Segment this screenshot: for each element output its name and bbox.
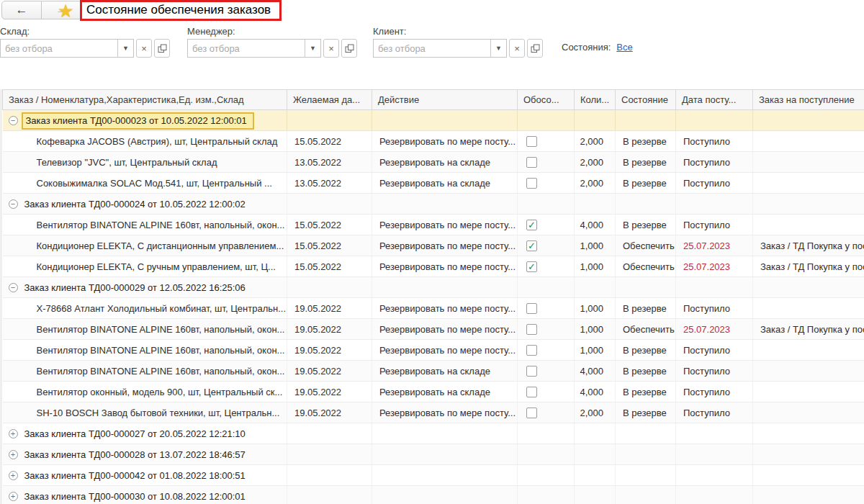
column-header-2[interactable]: Действие: [372, 90, 518, 110]
cell-desired-date: 13.05.2022: [287, 152, 372, 173]
isolate-checkbox[interactable]: ✓: [526, 324, 537, 335]
cell-checkbox: ✓: [518, 173, 575, 194]
isolate-checkbox[interactable]: ✓: [526, 408, 537, 418]
isolate-checkbox[interactable]: ✓: [526, 178, 537, 189]
order-group-row[interactable]: −Заказ клиента ТД00-000024 от 10.05.2022…: [3, 194, 864, 215]
cell-state: В резерве: [616, 402, 676, 423]
order-item-row[interactable]: Кондиционер ELEKTA, С ручным управлением…: [3, 256, 864, 277]
order-group-row[interactable]: +Заказ клиента ТД00-000030 от 10.08.2022…: [3, 486, 864, 504]
table-header-row: Заказ / Номенклатура,Характеристика,Ед. …: [3, 90, 864, 110]
cell-desired-date: 19.05.2022: [287, 361, 372, 382]
favorite-star-icon[interactable]: ★: [58, 0, 73, 22]
isolate-checkbox[interactable]: ✓: [526, 366, 537, 377]
cell-qty: 1,000: [575, 340, 616, 361]
order-group-row[interactable]: −Заказ клиента ТД00-000029 от 12.05.2022…: [3, 277, 864, 298]
cell-action: Резервировать на складе: [372, 173, 518, 194]
cell-qty: [575, 465, 616, 486]
clear-icon[interactable]: ×: [509, 39, 525, 58]
order-item-row[interactable]: Кондиционер ELEKTA, С дистанционным упра…: [3, 235, 864, 256]
column-header-0[interactable]: Заказ / Номенклатура,Характеристика,Ед. …: [3, 90, 287, 110]
isolate-checkbox[interactable]: ✓: [526, 136, 537, 147]
page-title: Состояние обеспечения заказов: [86, 3, 271, 17]
order-item-row[interactable]: Вентилятор BINATONE ALPINE 160вт, наполь…: [3, 319, 864, 340]
column-header-7[interactable]: Заказ на поступление: [753, 90, 864, 110]
cell-receipt-order: [753, 402, 864, 423]
cell-action: Резервировать по мере посту...: [372, 402, 518, 423]
cell-qty: 1,000: [575, 298, 616, 319]
cell-item-name: Х-78668 Атлант Холодильный комбинат, шт,…: [3, 298, 287, 319]
order-item-row[interactable]: Вентилятор BINATONE ALPINE 160вт, наполь…: [3, 340, 864, 361]
order-group-row[interactable]: +Заказ клиента ТД00-000042 от 01.08.2022…: [3, 465, 864, 486]
expand-icon[interactable]: +: [9, 492, 18, 501]
order-item-row[interactable]: Телевизор "JVC", шт, Центральный склад13…: [3, 152, 864, 173]
order-item-row[interactable]: Соковыжималка SOLAC Мод.541, шт, Централ…: [3, 173, 864, 194]
orders-table: Заказ / Номенклатура,Характеристика,Ед. …: [0, 89, 864, 504]
cell-qty: [575, 194, 616, 215]
cell-item-name: Кофеварка JACOBS (Австрия), шт, Централь…: [3, 131, 287, 152]
cell-desired-date: [287, 277, 372, 298]
cell-checkbox: ✓: [518, 382, 575, 402]
warehouse-input[interactable]: [1, 40, 117, 57]
order-table-body: −Заказ клиента ТД00-000023 от 10.05.2022…: [3, 110, 864, 504]
cell-desired-date: [287, 486, 372, 504]
cell-state: Обеспечить: [616, 319, 676, 340]
column-header-5[interactable]: Состояние: [616, 90, 676, 110]
expand-icon[interactable]: +: [9, 450, 18, 459]
clear-icon[interactable]: ×: [323, 39, 339, 58]
cell-checkbox: ✓: [518, 402, 575, 423]
cell-receipt-date: [676, 465, 753, 486]
chevron-down-icon[interactable]: ▼: [305, 40, 320, 57]
choose-from-list-icon[interactable]: [527, 39, 543, 58]
cell-action: Резервировать на складе: [372, 361, 518, 382]
manager-input[interactable]: [188, 40, 305, 57]
cell-receipt-order: [753, 486, 864, 504]
filter-client: Клиент: ▼ ×: [373, 26, 553, 58]
order-item-row[interactable]: Х-78668 Атлант Холодильный комбинат, шт,…: [3, 298, 864, 319]
order-item-row[interactable]: Вентилятор оконный, модель 900, шт, Цент…: [3, 382, 864, 402]
expand-icon[interactable]: +: [9, 429, 18, 438]
cell-receipt-order: [753, 340, 864, 361]
cell-qty: 2,000: [575, 173, 616, 194]
chevron-down-icon[interactable]: ▼: [490, 40, 506, 57]
order-group-row[interactable]: +Заказ клиента ТД00-000027 от 20.05.2022…: [3, 423, 864, 444]
column-header-4[interactable]: Коли...: [575, 90, 616, 110]
order-item-row[interactable]: Вентилятор BINATONE ALPINE 160вт, наполь…: [3, 361, 864, 382]
client-input[interactable]: [374, 40, 490, 57]
collapse-icon[interactable]: −: [9, 116, 18, 125]
states-all-link[interactable]: Все: [616, 42, 632, 53]
collapse-icon[interactable]: −: [9, 283, 18, 292]
expand-icon[interactable]: +: [9, 471, 18, 480]
order-item-row[interactable]: SH-10 BOSCH Завод бытовой техники, шт, Ц…: [3, 402, 864, 423]
isolate-checkbox[interactable]: ✓: [526, 220, 537, 230]
column-header-6[interactable]: Дата посту...: [676, 90, 753, 110]
cell-receipt-order: [753, 277, 864, 298]
column-header-3[interactable]: Обосо...: [518, 90, 575, 110]
cell-receipt-order: Заказ / ТД Покупка у пос: [753, 235, 864, 256]
cell-state: [616, 423, 676, 444]
isolate-checkbox[interactable]: ✓: [526, 261, 537, 272]
order-group-row[interactable]: +Заказ клиента ТД00-000028 от 13.07.2022…: [3, 444, 864, 465]
back-button[interactable]: ←: [1, 1, 42, 19]
choose-from-list-icon[interactable]: [341, 39, 357, 58]
clear-icon[interactable]: ×: [136, 39, 152, 58]
isolate-checkbox[interactable]: ✓: [526, 240, 537, 251]
cell-receipt-order: [753, 361, 864, 382]
choose-from-list-icon[interactable]: [154, 39, 170, 58]
column-header-1[interactable]: Желаемая да...: [287, 90, 372, 110]
order-item-row[interactable]: Кофеварка JACOBS (Австрия), шт, Централь…: [3, 131, 864, 152]
isolate-checkbox[interactable]: ✓: [526, 345, 537, 356]
order-group-row[interactable]: −Заказ клиента ТД00-000023 от 10.05.2022…: [3, 110, 864, 131]
order-item-row[interactable]: Вентилятор BINATONE ALPINE 160вт, наполь…: [3, 215, 864, 235]
filter-warehouse: Склад: ▼ ×: [0, 26, 180, 58]
cell-action: [372, 277, 518, 298]
chevron-down-icon[interactable]: ▼: [117, 40, 133, 57]
isolate-checkbox[interactable]: ✓: [526, 157, 537, 168]
isolate-checkbox[interactable]: ✓: [526, 387, 537, 397]
cell-receipt-order: [753, 298, 864, 319]
cell-state: В резерве: [616, 173, 676, 194]
collapse-icon[interactable]: −: [9, 199, 18, 209]
cell-receipt-order: [753, 173, 864, 194]
cell-item-name: Вентилятор BINATONE ALPINE 160вт, наполь…: [3, 361, 287, 382]
cell-action: Резервировать по мере посту...: [372, 215, 518, 235]
isolate-checkbox[interactable]: ✓: [526, 303, 537, 314]
